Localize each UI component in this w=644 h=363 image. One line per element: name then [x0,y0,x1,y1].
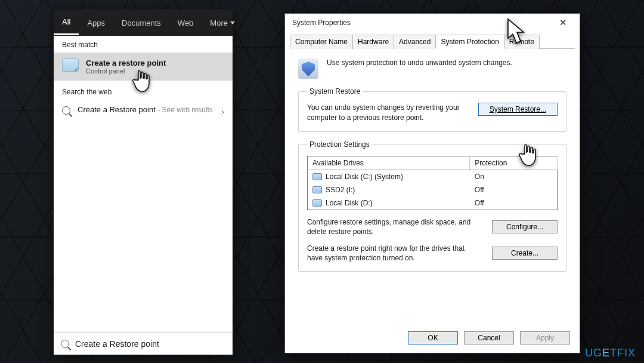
drive-protection: Off [470,196,558,210]
search-tab-documents[interactable]: Documents [113,11,169,35]
search-tab-more-label: More [210,19,228,27]
watermark: UGETFIX [585,347,636,359]
chevron-down-icon [230,21,235,24]
tab-advanced[interactable]: Advanced [394,35,436,49]
table-row[interactable]: SSD2 (I:) Off [308,183,558,196]
search-tab-web[interactable]: Web [169,11,202,35]
best-match-text: Create a restore point Control panel [86,59,166,75]
best-match-label: Best match [54,36,233,53]
tab-computer-name[interactable]: Computer Name [290,35,353,49]
best-match-item[interactable]: Create a restore point Control panel [54,53,233,81]
create-button[interactable]: Create... [492,247,558,260]
table-row[interactable]: Local Disk (D:) Off [308,196,558,210]
drives-col-protection[interactable]: Protection [470,156,558,170]
protection-settings-legend: Protection Settings [307,140,372,149]
dialog-tabs: Computer Name Hardware Advanced System P… [290,34,575,49]
web-result-item[interactable]: Create a Restore point - See web results… [54,100,233,121]
web-result-text: Create a Restore point - See web results [78,104,213,115]
windows-search-panel: All Apps Documents Web More Best match C… [54,10,233,355]
drive-name: SSD2 (I:) [326,186,355,194]
search-tab-apps[interactable]: Apps [79,11,113,35]
drive-protection: Off [470,183,558,196]
table-row[interactable]: Local Disk (C:) (System) On [308,170,558,183]
best-match-title: Create a restore point [86,59,166,67]
drives-table: Available Drives Protection Local Disk (… [307,156,558,210]
drive-protection: On [470,170,558,183]
search-icon [61,340,69,348]
shield-icon [298,59,318,79]
web-result-primary: Create a Restore point [78,105,156,114]
tab-remote[interactable]: Remote [504,35,540,49]
intro-row: Use system protection to undo unwanted s… [298,55,566,79]
chevron-right-icon: › [221,104,224,116]
restore-point-icon [62,59,79,72]
apply-button: Apply [520,331,570,344]
drive-icon [312,173,322,180]
dialog-body: Use system protection to undo unwanted s… [285,49,580,325]
create-desc: Create a restore point right now for the… [307,244,481,263]
intro-text: Use system protection to undo unwanted s… [327,59,512,67]
system-restore-desc: You can undo system changes by reverting… [307,103,467,123]
dialog-titlebar: System Properties ✕ [285,14,580,32]
drives-col-available[interactable]: Available Drives [308,156,470,170]
best-match-subtitle: Control panel [86,67,166,75]
drive-name: Local Disk (C:) (System) [326,173,403,181]
configure-desc: Configure restore settings, manage disk … [307,217,481,236]
ok-button[interactable]: OK [408,331,458,344]
search-tab-more[interactable]: More [202,11,243,35]
dialog-buttons: OK Cancel Apply [285,325,580,353]
drive-name: Local Disk (D:) [326,199,373,207]
search-input[interactable] [75,339,225,349]
dialog-title: System Properties [292,19,351,27]
tab-hardware[interactable]: Hardware [352,35,394,49]
web-result-suffix: - See web results [156,106,213,114]
tab-system-protection[interactable]: System Protection [435,35,504,49]
search-web-label: Search the web [54,81,233,100]
system-restore-button[interactable]: System Restore... [478,103,558,116]
configure-button[interactable]: Configure... [492,220,558,233]
drive-icon [312,186,322,193]
drive-icon [312,199,322,207]
system-properties-dialog: System Properties ✕ Computer Name Hardwa… [284,13,580,353]
search-tab-all[interactable]: All [54,10,79,35]
search-icon [62,106,70,115]
search-input-row [54,333,233,355]
cancel-button[interactable]: Cancel [464,331,514,344]
system-restore-group: System Restore You can undo system chang… [298,87,566,132]
system-restore-legend: System Restore [307,87,363,96]
protection-settings-group: Protection Settings Available Drives Pro… [298,140,566,272]
search-filter-tabs: All Apps Documents Web More [54,10,233,36]
close-button[interactable]: ✕ [550,17,576,28]
